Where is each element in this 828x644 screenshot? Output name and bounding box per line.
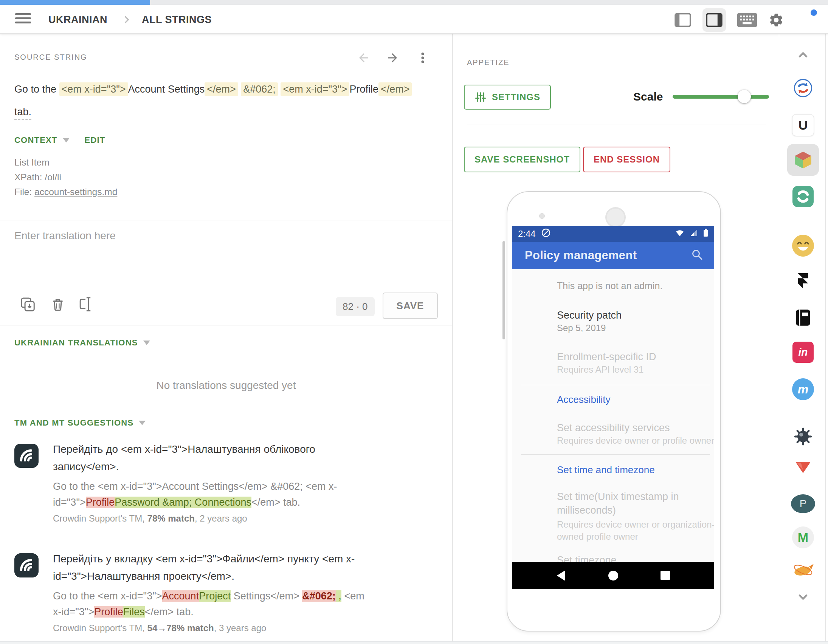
scroll-up-icon[interactable] xyxy=(796,48,810,62)
crowdin-tm-icon xyxy=(14,553,39,578)
tm-suggestion[interactable]: Перейдіть у вкладку <em x-id="3">Файли</… xyxy=(14,550,438,633)
tm-collapse-icon[interactable] xyxy=(139,421,146,425)
editor-panel: SOURCE STRING Go to the <em x-id="3">Acc… xyxy=(0,33,453,644)
diff-removed: &#062; xyxy=(302,590,336,602)
productboard-tool-icon[interactable] xyxy=(794,460,812,477)
android-nav-bar xyxy=(512,562,714,589)
search-icon[interactable] xyxy=(691,248,704,263)
list-divider xyxy=(521,454,710,454)
appetize-title: APPETIZE xyxy=(467,58,510,67)
save-translation-button[interactable]: SAVE xyxy=(383,293,438,319)
integrations-rail: U in m xyxy=(779,33,828,644)
settings-gear-icon[interactable] xyxy=(768,12,784,28)
sync-tool-icon[interactable] xyxy=(793,78,813,98)
proto-tool-icon[interactable]: P xyxy=(791,494,815,513)
status-time: 2:44 xyxy=(518,229,536,239)
html-tag-token: </em> xyxy=(205,82,238,96)
diff-removed: Account xyxy=(162,590,199,602)
invision-tool-icon[interactable]: in xyxy=(792,342,814,363)
context-collapse-icon[interactable] xyxy=(63,138,69,143)
home-button[interactable] xyxy=(607,569,620,582)
appetize-settings-button[interactable]: SETTINGS xyxy=(464,85,551,110)
panel-scrollbar[interactable] xyxy=(502,241,505,339)
divider xyxy=(0,220,452,220)
admin-notice: This app is not an admin. xyxy=(557,280,662,291)
context-row: CONTEXT EDIT xyxy=(14,135,105,145)
scale-slider[interactable] xyxy=(673,95,769,99)
keyboard-shortcuts-icon[interactable] xyxy=(737,13,757,27)
diff-added: Project xyxy=(199,590,231,602)
scroll-down-icon[interactable] xyxy=(796,590,810,604)
suggestion-meta: Crowdin Support's TM, 78% match, 2 years… xyxy=(53,513,370,524)
translations-section-toggle[interactable]: UKRAINIAN TRANSLATIONS xyxy=(14,338,138,348)
list-item[interactable]: Security patch Sep 5, 2019 xyxy=(557,309,714,334)
diff-added: , xyxy=(336,590,342,602)
layout-right-panel-icon[interactable] xyxy=(703,8,726,32)
clear-translation-icon[interactable] xyxy=(49,296,67,313)
context-xpath: XPath: /ol/li xyxy=(14,170,117,185)
menu-button[interactable] xyxy=(15,13,31,25)
system-update-icon xyxy=(541,228,551,240)
user-avatar[interactable] xyxy=(795,9,817,31)
match-percent: 78% match xyxy=(147,513,195,523)
select-text-icon[interactable] xyxy=(77,296,94,313)
translation-progress-bar xyxy=(0,0,828,5)
mine-tool-icon[interactable] xyxy=(793,426,813,447)
translation-input[interactable] xyxy=(11,227,441,293)
save-screenshot-button[interactable]: SAVE SCREENSHOT xyxy=(464,147,580,172)
back-button[interactable] xyxy=(555,569,568,582)
usersnap-tool-icon[interactable]: U xyxy=(792,114,814,136)
layout-left-panel-icon[interactable] xyxy=(674,13,691,27)
section-link[interactable]: Accessibility xyxy=(557,394,611,406)
diff-removed: Profile xyxy=(94,606,123,617)
wifi-icon xyxy=(675,229,684,239)
medium-tool-icon[interactable]: M xyxy=(792,526,814,548)
suggestion-source-diff: Go to the <em x-id="3">AccountProject Se… xyxy=(53,588,370,620)
context-toggle[interactable]: CONTEXT xyxy=(14,135,58,145)
recents-button[interactable] xyxy=(659,569,672,582)
breadcrumb-language[interactable]: UKRAINIAN xyxy=(49,14,107,26)
divider xyxy=(467,124,765,124)
crowdin-editor-page: UKRAINIAN ALL STRINGS xyxy=(0,0,828,644)
next-string-button[interactable] xyxy=(386,51,399,64)
battery-icon xyxy=(703,229,708,239)
context-file-link[interactable]: account-settings.md xyxy=(34,187,117,197)
policy-list: This app is not an admin. Security patch… xyxy=(512,269,714,562)
diff-added: Files xyxy=(123,606,145,617)
html-tag-token: <em x-id="3"> xyxy=(281,82,349,96)
suggestion-source-diff: Go to the <em x-id="3">Account Settings<… xyxy=(53,478,370,510)
journal-tool-icon[interactable] xyxy=(794,308,812,327)
framer-tool-icon[interactable] xyxy=(794,272,812,290)
translations-collapse-icon[interactable] xyxy=(143,340,150,345)
scale-slider-thumb[interactable] xyxy=(738,90,751,103)
appetize-tool-icon-active[interactable] xyxy=(787,144,819,176)
source-string-label: SOURCE STRING xyxy=(14,53,87,62)
string-menu-button[interactable] xyxy=(416,51,430,64)
emulator-screen[interactable]: 2:44 Policy managemen xyxy=(512,226,714,589)
section-link[interactable]: Set time and timezone xyxy=(557,464,655,476)
header-bar: UKRAINIAN ALL STRINGS xyxy=(0,5,828,33)
context-details: List Item XPath: /ol/li File: account-se… xyxy=(14,155,117,199)
tm-section-toggle[interactable]: TM AND MT SUGGESTIONS xyxy=(14,418,133,428)
match-percent: 54→78% match xyxy=(147,623,214,633)
divider xyxy=(0,325,452,325)
emoji-tool-icon[interactable] xyxy=(792,235,814,257)
copy-source-icon[interactable] xyxy=(19,296,36,313)
tm-suggestion[interactable]: Перейдіть до <em x-id="3">Налаштування о… xyxy=(14,441,438,524)
no-translations-message: No translations suggested yet xyxy=(0,379,452,392)
header-icons xyxy=(674,8,817,32)
list-divider xyxy=(521,385,710,385)
online-status-badge xyxy=(809,8,818,17)
marvel-tool-icon[interactable]: m xyxy=(792,378,814,400)
context-edit-button[interactable]: EDIT xyxy=(85,135,105,145)
end-session-button[interactable]: END SESSION xyxy=(583,147,670,172)
loop-tool-icon[interactable] xyxy=(792,186,814,207)
previous-string-button[interactable] xyxy=(357,51,370,64)
zeplin-tool-icon[interactable] xyxy=(791,558,815,581)
breadcrumb-file-filter[interactable]: ALL STRINGS xyxy=(142,14,212,26)
html-tag-token: </em> xyxy=(378,82,412,96)
html-entity-token: &#062; xyxy=(241,82,278,96)
android-app-bar: Policy management xyxy=(512,242,714,269)
rail-scroll-track xyxy=(825,33,826,644)
translation-progress-fill xyxy=(0,0,150,5)
